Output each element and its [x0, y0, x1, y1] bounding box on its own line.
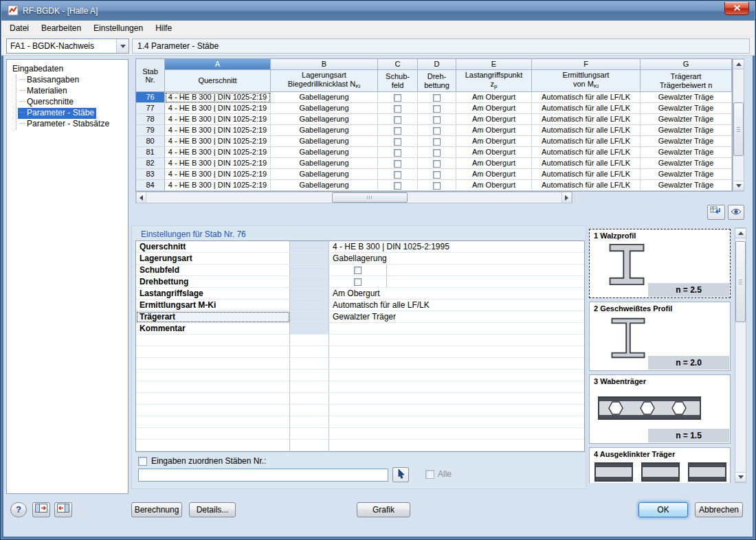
cell-lagerung[interactable]: Gabellagerung: [271, 158, 378, 169]
cell-traegerart[interactable]: Gewalzter Träge: [641, 125, 732, 136]
column-header-a[interactable]: Querschnitt: [165, 70, 271, 92]
checkbox[interactable]: [433, 127, 441, 135]
cell-querschnitt[interactable]: 4 - HE B 300 | DIN 1025-2:19: [165, 180, 271, 191]
cell-drehbettung[interactable]: [418, 158, 456, 169]
cell-lastangriff[interactable]: Am Obergurt: [456, 158, 532, 169]
prop-value-empty[interactable]: [329, 428, 584, 440]
cell-ermittlung[interactable]: Automatisch für alle LF/LK: [532, 169, 641, 180]
abbrechen-button[interactable]: Abbrechen: [695, 502, 743, 517]
menu-bearbeiten[interactable]: Bearbeiten: [35, 21, 87, 36]
cell-schubfeld[interactable]: [378, 92, 418, 103]
column-header-b[interactable]: LagerungsartBiegedrillknicklast NKi: [271, 70, 378, 92]
prop-value-empty[interactable]: [329, 440, 584, 451]
cell-drehbettung[interactable]: [418, 92, 456, 103]
sidebar-root-eingabedaten[interactable]: Eingabedaten: [10, 63, 66, 74]
scrollbar-track[interactable]: [735, 238, 746, 472]
prop-label-empty[interactable]: [136, 358, 290, 370]
checkbox[interactable]: [394, 160, 401, 168]
prop-value-drehbettung[interactable]: [329, 276, 584, 288]
cell-lastangriff[interactable]: Am Obergurt: [456, 169, 532, 180]
row-header-77[interactable]: 77: [136, 103, 165, 114]
cell-lastangriff[interactable]: Am Obergurt: [456, 125, 532, 136]
cell-drehbettung[interactable]: [418, 180, 456, 191]
gallery-vertical-scrollbar[interactable]: [735, 227, 746, 483]
cell-querschnitt[interactable]: 4 - HE B 300 | DIN 1025-2:19: [165, 114, 271, 125]
cell-schubfeld[interactable]: [378, 169, 418, 180]
cell-lagerung[interactable]: Gabellagerung: [271, 147, 378, 158]
prop-label-empty[interactable]: [136, 440, 290, 451]
cell-querschnitt[interactable]: 4 - HE B 300 | DIN 1025-2:19: [165, 136, 271, 147]
cell-ermittlung[interactable]: Automatisch für alle LF/LK: [532, 147, 641, 158]
prop-label-lagerungsart[interactable]: Lagerungsart: [136, 253, 290, 265]
cell-lagerung[interactable]: Gabellagerung: [271, 114, 378, 125]
gallery-item-4-ausgeklinkter-tr-ger[interactable]: 4 Ausgeklinkter Träger: [589, 447, 731, 483]
scroll-down-icon[interactable]: [733, 181, 744, 191]
scrollbar-thumb[interactable]: [332, 192, 408, 203]
cell-ermittlung[interactable]: Automatisch für alle LF/LK: [532, 180, 641, 191]
scroll-left-icon[interactable]: [136, 192, 146, 203]
cell-querschnitt[interactable]: 4 - HE B 300 | DIN 1025-2:19: [165, 158, 271, 169]
column-letter-c[interactable]: C: [378, 59, 418, 70]
case-selector[interactable]: FA1 - BGDK-Nachweis: [6, 38, 129, 54]
scrollbar-thumb[interactable]: [735, 241, 746, 322]
ok-button[interactable]: OK: [638, 502, 688, 517]
checkbox[interactable]: [394, 94, 401, 102]
assign-members-input[interactable]: [138, 469, 388, 482]
row-header-84[interactable]: 84: [136, 180, 165, 191]
prop-label-querschnitt[interactable]: Querschnitt: [136, 241, 290, 253]
column-letter-b[interactable]: B: [271, 59, 378, 70]
prop-value-ermittlungsart-m-ki[interactable]: Automatisch für alle LF/LK: [329, 300, 584, 311]
sidebar-item-basisangaben[interactable]: Basisangaben: [18, 75, 81, 86]
prop-value-empty[interactable]: [329, 370, 584, 381]
cell-lagerung[interactable]: Gabellagerung: [271, 125, 378, 136]
prop-label-lastangriffslage[interactable]: Lastangriffslage: [136, 288, 290, 300]
scroll-down-icon[interactable]: [735, 472, 746, 482]
prop-check-cell[interactable]: [329, 276, 387, 287]
assign-members-checkbox[interactable]: [138, 457, 147, 466]
toggle-panel-button[interactable]: [54, 502, 72, 517]
cell-lastangriff[interactable]: Am Obergurt: [456, 180, 532, 191]
prop-check-cell[interactable]: [329, 265, 387, 275]
checkbox[interactable]: [394, 171, 401, 179]
column-letter-d[interactable]: D: [418, 59, 456, 70]
prop-value-schubfeld[interactable]: [329, 265, 584, 276]
sidebar-item-parameter-stabs-tze[interactable]: Parameter - Stabsätze: [18, 119, 111, 130]
checkbox[interactable]: [394, 127, 401, 135]
apply-to-all-button[interactable]: [707, 205, 725, 220]
checkbox[interactable]: [354, 267, 362, 274]
cell-ermittlung[interactable]: Automatisch für alle LF/LK: [532, 114, 641, 125]
cell-lastangriff[interactable]: Am Obergurt: [456, 92, 532, 103]
checkbox[interactable]: [394, 116, 401, 124]
cell-ermittlung[interactable]: Automatisch für alle LF/LK: [532, 103, 641, 114]
cell-drehbettung[interactable]: [418, 114, 456, 125]
prop-label-ermittlungsart-m-ki[interactable]: Ermittlungsart M-Ki: [136, 300, 290, 311]
prop-value-empty[interactable]: [329, 381, 584, 393]
scrollbar-track[interactable]: [733, 69, 744, 181]
toggle-navigator-button[interactable]: [32, 502, 50, 517]
scrollbar-thumb[interactable]: [733, 102, 744, 156]
view-button[interactable]: [728, 205, 744, 220]
cell-traegerart[interactable]: Gewalzter Träge: [641, 147, 732, 158]
prop-value-empty[interactable]: [329, 335, 584, 346]
column-header-d[interactable]: Dreh-bettung: [418, 70, 456, 92]
checkbox[interactable]: [433, 160, 441, 168]
prop-label-empty[interactable]: [136, 370, 290, 381]
cell-ermittlung[interactable]: Automatisch für alle LF/LK: [532, 92, 641, 103]
menu-hilfe[interactable]: Hilfe: [149, 21, 178, 36]
cell-ermittlung[interactable]: Automatisch für alle LF/LK: [532, 136, 641, 147]
prop-label-empty[interactable]: [136, 381, 290, 393]
cell-traegerart[interactable]: Gewalzter Träge: [641, 103, 732, 114]
row-header-79[interactable]: 79: [136, 125, 165, 136]
scrollbar-track[interactable]: [146, 192, 562, 203]
prop-label-empty[interactable]: [136, 405, 290, 416]
cell-drehbettung[interactable]: [418, 136, 456, 147]
row-header-82[interactable]: 82: [136, 158, 165, 169]
menu-datei[interactable]: Datei: [3, 21, 35, 36]
prop-label-kommentar[interactable]: Kommentar: [136, 323, 290, 335]
checkbox[interactable]: [433, 149, 441, 157]
prop-label-empty[interactable]: [136, 335, 290, 346]
prop-value-empty[interactable]: [329, 358, 584, 370]
cell-traegerart[interactable]: Gewalzter Träge: [641, 158, 732, 169]
checkbox[interactable]: [433, 105, 441, 113]
close-button[interactable]: [724, 2, 749, 15]
